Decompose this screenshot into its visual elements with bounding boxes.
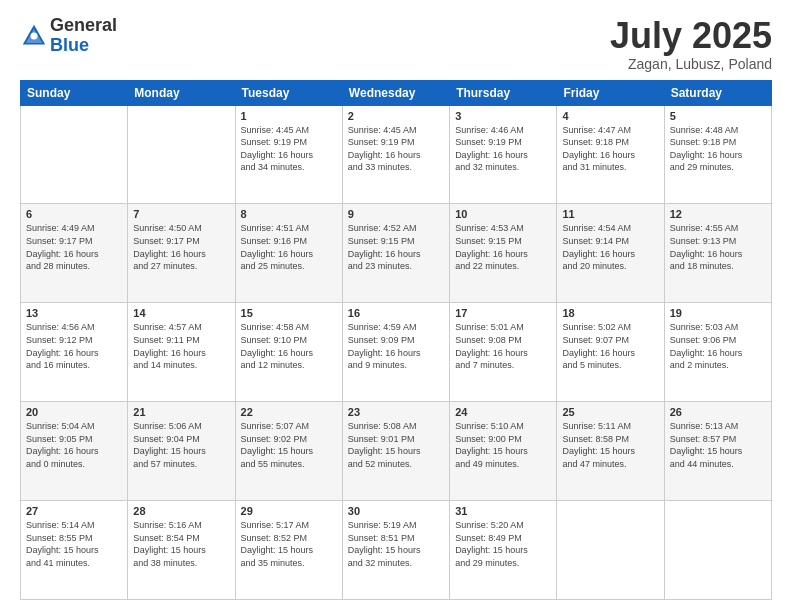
- calendar-cell: [664, 501, 771, 600]
- calendar-cell: 18Sunrise: 5:02 AMSunset: 9:07 PMDayligh…: [557, 303, 664, 402]
- svg-point-2: [31, 32, 38, 39]
- calendar-cell: 20Sunrise: 5:04 AMSunset: 9:05 PMDayligh…: [21, 402, 128, 501]
- col-thursday: Thursday: [450, 80, 557, 105]
- calendar-week-3: 13Sunrise: 4:56 AMSunset: 9:12 PMDayligh…: [21, 303, 772, 402]
- day-info: Sunrise: 5:14 AMSunset: 8:55 PMDaylight:…: [26, 519, 122, 569]
- calendar-cell: 15Sunrise: 4:58 AMSunset: 9:10 PMDayligh…: [235, 303, 342, 402]
- day-number: 26: [670, 406, 766, 418]
- day-info: Sunrise: 4:49 AMSunset: 9:17 PMDaylight:…: [26, 222, 122, 272]
- calendar-cell: [557, 501, 664, 600]
- calendar-cell: 13Sunrise: 4:56 AMSunset: 9:12 PMDayligh…: [21, 303, 128, 402]
- calendar-week-1: 1Sunrise: 4:45 AMSunset: 9:19 PMDaylight…: [21, 105, 772, 204]
- day-info: Sunrise: 4:48 AMSunset: 9:18 PMDaylight:…: [670, 124, 766, 174]
- calendar-cell: 7Sunrise: 4:50 AMSunset: 9:17 PMDaylight…: [128, 204, 235, 303]
- col-monday: Monday: [128, 80, 235, 105]
- day-info: Sunrise: 5:01 AMSunset: 9:08 PMDaylight:…: [455, 321, 551, 371]
- day-info: Sunrise: 5:20 AMSunset: 8:49 PMDaylight:…: [455, 519, 551, 569]
- calendar-cell: 26Sunrise: 5:13 AMSunset: 8:57 PMDayligh…: [664, 402, 771, 501]
- calendar-cell: 23Sunrise: 5:08 AMSunset: 9:01 PMDayligh…: [342, 402, 449, 501]
- col-wednesday: Wednesday: [342, 80, 449, 105]
- calendar-cell: 25Sunrise: 5:11 AMSunset: 8:58 PMDayligh…: [557, 402, 664, 501]
- day-info: Sunrise: 5:02 AMSunset: 9:07 PMDaylight:…: [562, 321, 658, 371]
- calendar-cell: [128, 105, 235, 204]
- title-block: July 2025 Zagan, Lubusz, Poland: [610, 16, 772, 72]
- day-number: 28: [133, 505, 229, 517]
- day-info: Sunrise: 4:45 AMSunset: 9:19 PMDaylight:…: [241, 124, 337, 174]
- calendar-cell: 8Sunrise: 4:51 AMSunset: 9:16 PMDaylight…: [235, 204, 342, 303]
- day-number: 25: [562, 406, 658, 418]
- day-info: Sunrise: 5:17 AMSunset: 8:52 PMDaylight:…: [241, 519, 337, 569]
- month-title: July 2025: [610, 16, 772, 56]
- day-number: 20: [26, 406, 122, 418]
- day-info: Sunrise: 4:58 AMSunset: 9:10 PMDaylight:…: [241, 321, 337, 371]
- day-info: Sunrise: 5:08 AMSunset: 9:01 PMDaylight:…: [348, 420, 444, 470]
- day-info: Sunrise: 4:51 AMSunset: 9:16 PMDaylight:…: [241, 222, 337, 272]
- calendar-cell: [21, 105, 128, 204]
- calendar-cell: 16Sunrise: 4:59 AMSunset: 9:09 PMDayligh…: [342, 303, 449, 402]
- calendar-cell: 11Sunrise: 4:54 AMSunset: 9:14 PMDayligh…: [557, 204, 664, 303]
- calendar-week-5: 27Sunrise: 5:14 AMSunset: 8:55 PMDayligh…: [21, 501, 772, 600]
- day-number: 6: [26, 208, 122, 220]
- calendar-cell: 31Sunrise: 5:20 AMSunset: 8:49 PMDayligh…: [450, 501, 557, 600]
- day-info: Sunrise: 5:10 AMSunset: 9:00 PMDaylight:…: [455, 420, 551, 470]
- col-friday: Friday: [557, 80, 664, 105]
- col-sunday: Sunday: [21, 80, 128, 105]
- calendar-cell: 6Sunrise: 4:49 AMSunset: 9:17 PMDaylight…: [21, 204, 128, 303]
- day-number: 16: [348, 307, 444, 319]
- day-number: 2: [348, 110, 444, 122]
- day-number: 29: [241, 505, 337, 517]
- calendar-cell: 22Sunrise: 5:07 AMSunset: 9:02 PMDayligh…: [235, 402, 342, 501]
- day-number: 7: [133, 208, 229, 220]
- day-info: Sunrise: 4:59 AMSunset: 9:09 PMDaylight:…: [348, 321, 444, 371]
- calendar-cell: 12Sunrise: 4:55 AMSunset: 9:13 PMDayligh…: [664, 204, 771, 303]
- day-number: 14: [133, 307, 229, 319]
- calendar-cell: 30Sunrise: 5:19 AMSunset: 8:51 PMDayligh…: [342, 501, 449, 600]
- day-info: Sunrise: 4:46 AMSunset: 9:19 PMDaylight:…: [455, 124, 551, 174]
- calendar-cell: 9Sunrise: 4:52 AMSunset: 9:15 PMDaylight…: [342, 204, 449, 303]
- day-number: 5: [670, 110, 766, 122]
- day-number: 19: [670, 307, 766, 319]
- page: General Blue July 2025 Zagan, Lubusz, Po…: [0, 0, 792, 612]
- day-number: 21: [133, 406, 229, 418]
- day-number: 15: [241, 307, 337, 319]
- calendar: Sunday Monday Tuesday Wednesday Thursday…: [20, 80, 772, 600]
- day-info: Sunrise: 5:06 AMSunset: 9:04 PMDaylight:…: [133, 420, 229, 470]
- day-info: Sunrise: 4:55 AMSunset: 9:13 PMDaylight:…: [670, 222, 766, 272]
- calendar-week-4: 20Sunrise: 5:04 AMSunset: 9:05 PMDayligh…: [21, 402, 772, 501]
- calendar-cell: 19Sunrise: 5:03 AMSunset: 9:06 PMDayligh…: [664, 303, 771, 402]
- calendar-cell: 14Sunrise: 4:57 AMSunset: 9:11 PMDayligh…: [128, 303, 235, 402]
- calendar-cell: 28Sunrise: 5:16 AMSunset: 8:54 PMDayligh…: [128, 501, 235, 600]
- day-info: Sunrise: 4:53 AMSunset: 9:15 PMDaylight:…: [455, 222, 551, 272]
- logo-text: General Blue: [50, 16, 117, 56]
- day-number: 22: [241, 406, 337, 418]
- day-number: 23: [348, 406, 444, 418]
- day-number: 13: [26, 307, 122, 319]
- col-tuesday: Tuesday: [235, 80, 342, 105]
- day-number: 30: [348, 505, 444, 517]
- day-info: Sunrise: 4:47 AMSunset: 9:18 PMDaylight:…: [562, 124, 658, 174]
- day-number: 18: [562, 307, 658, 319]
- day-info: Sunrise: 5:07 AMSunset: 9:02 PMDaylight:…: [241, 420, 337, 470]
- logo-icon: [20, 22, 48, 50]
- calendar-cell: 1Sunrise: 4:45 AMSunset: 9:19 PMDaylight…: [235, 105, 342, 204]
- calendar-cell: 29Sunrise: 5:17 AMSunset: 8:52 PMDayligh…: [235, 501, 342, 600]
- day-number: 1: [241, 110, 337, 122]
- calendar-cell: 24Sunrise: 5:10 AMSunset: 9:00 PMDayligh…: [450, 402, 557, 501]
- day-number: 8: [241, 208, 337, 220]
- day-number: 27: [26, 505, 122, 517]
- day-number: 9: [348, 208, 444, 220]
- day-info: Sunrise: 5:04 AMSunset: 9:05 PMDaylight:…: [26, 420, 122, 470]
- day-info: Sunrise: 5:16 AMSunset: 8:54 PMDaylight:…: [133, 519, 229, 569]
- day-info: Sunrise: 4:50 AMSunset: 9:17 PMDaylight:…: [133, 222, 229, 272]
- day-info: Sunrise: 5:11 AMSunset: 8:58 PMDaylight:…: [562, 420, 658, 470]
- calendar-cell: 17Sunrise: 5:01 AMSunset: 9:08 PMDayligh…: [450, 303, 557, 402]
- calendar-cell: 4Sunrise: 4:47 AMSunset: 9:18 PMDaylight…: [557, 105, 664, 204]
- calendar-cell: 5Sunrise: 4:48 AMSunset: 9:18 PMDaylight…: [664, 105, 771, 204]
- calendar-cell: 10Sunrise: 4:53 AMSunset: 9:15 PMDayligh…: [450, 204, 557, 303]
- header: General Blue July 2025 Zagan, Lubusz, Po…: [20, 16, 772, 72]
- calendar-cell: 3Sunrise: 4:46 AMSunset: 9:19 PMDaylight…: [450, 105, 557, 204]
- day-info: Sunrise: 5:03 AMSunset: 9:06 PMDaylight:…: [670, 321, 766, 371]
- day-number: 24: [455, 406, 551, 418]
- day-info: Sunrise: 5:19 AMSunset: 8:51 PMDaylight:…: [348, 519, 444, 569]
- logo-general-text: General: [50, 16, 117, 36]
